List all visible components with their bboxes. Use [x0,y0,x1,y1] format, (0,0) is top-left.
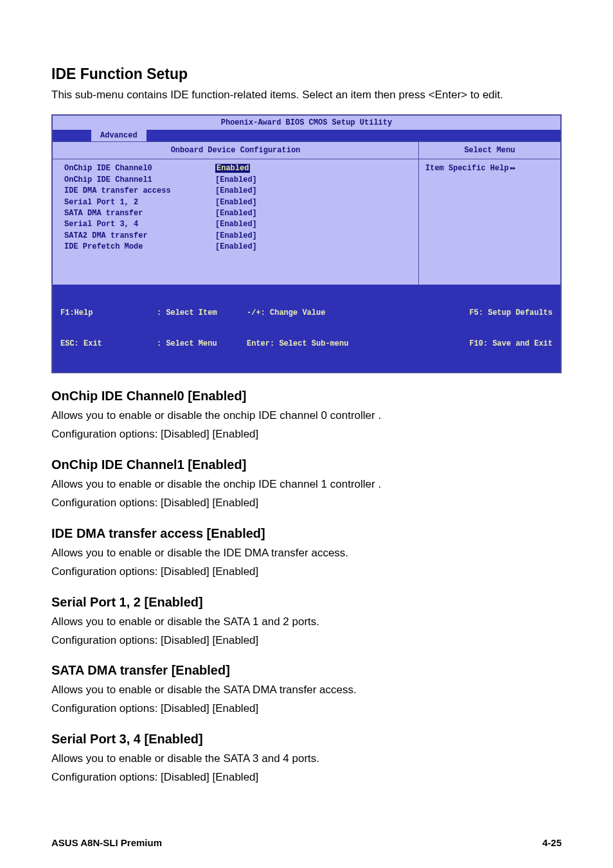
bios-item-label: IDE Prefetch Mode [64,242,215,252]
bios-item-value: [Enabled] [215,231,257,242]
bios-footer: F1:Help ESC: Exit : Select Item : Select… [53,285,560,372]
section-text: Allows you to enable or disable the onch… [51,477,562,492]
section-options: Configuration options: [Disabled] [Enabl… [51,633,562,648]
section-text: Allows you to enable or disable the SATA… [51,615,562,630]
bios-title: Phoenix-Award BIOS CMOS Setup Utility [53,116,560,130]
bios-select-menu-label: Select Menu [419,142,560,159]
bios-item-value: [Enabled] [215,208,257,219]
bios-footer-enter: Enter: Select Sub-menu [247,339,395,349]
section-text: Allows you to enable or disable the onch… [51,409,562,423]
bios-item-label: Serial Port 1, 2 [64,197,215,208]
bios-item-row: IDE Prefetch Mode [Enabled] [64,242,411,252]
bios-item-row: OnChip IDE Channel0 Enabled [64,163,411,174]
bios-item-label: OnChip IDE Channel0 [64,163,215,174]
section-options: Configuration options: [Disabled] [Enabl… [51,496,562,511]
section-options: Configuration options: [Disabled] [Enabl… [51,770,562,785]
bios-item-value: [Enabled] [215,219,257,230]
bios-subheader: Onboard Device Configuration Select Menu [53,141,560,159]
section-heading: Serial Port 3, 4 [Enabled] [51,731,562,748]
footer-page-number: 4-25 [542,837,562,849]
bios-item-value: [Enabled] [215,197,257,208]
section-heading: OnChip IDE Channel1 [Enabled] [51,456,562,474]
bios-help-panel: Item Specific Help [419,159,560,285]
bios-item-label: IDE DMA transfer access [64,186,215,197]
bios-item-row: OnChip IDE Channel1 [Enabled] [64,175,411,186]
section-heading: Serial Port 1, 2 [Enabled] [51,594,562,611]
bios-footer-select-menu: : Select Menu [157,339,247,349]
bios-item-row: IDE DMA transfer access [Enabled] [64,186,411,197]
bios-footer-f5: F5: Setup Defaults [395,308,553,318]
bios-item-label: SATA DMA transfer [64,208,215,219]
section-heading: IDE DMA transfer access [Enabled] [51,525,562,542]
bios-footer-change-value: -/+: Change Value [247,308,395,318]
section-text: Allows you to enable or disable the SATA… [51,683,562,698]
section-options: Configuration options: [Disabled] [Enabl… [51,565,562,580]
bios-item-label: SATA2 DMA transfer [64,231,215,242]
bios-footer-f1: F1:Help [60,308,157,318]
bios-item-label: OnChip IDE Channel1 [64,175,215,186]
bios-item-row: SATA2 DMA transfer [Enabled] [64,231,411,242]
bios-item-value: Enabled [215,164,250,173]
bios-tab-advanced: Advanced [91,130,147,141]
bios-item-list: OnChip IDE Channel0 Enabled OnChip IDE C… [53,159,419,285]
intro-text: This sub-menu contains IDE function-rela… [51,88,562,103]
page-section-heading: IDE Function Setup [51,64,562,84]
bios-footer-select-item: : Select Item [157,308,247,318]
bios-tab-row: Advanced [53,130,560,141]
bios-footer-f10: F10: Save and Exit [395,339,553,349]
bios-item-row: Serial Port 3, 4 [Enabled] [64,219,411,230]
section-heading: SATA DMA transfer [Enabled] [51,662,562,679]
bios-item-label: Serial Port 3, 4 [64,219,215,230]
section-options: Configuration options: [Disabled] [Enabl… [51,702,562,716]
bios-screenshot: Phoenix-Award BIOS CMOS Setup Utility Ad… [51,114,562,373]
page-footer: ASUS A8N-SLI Premium 4-25 [51,837,562,849]
bios-panel-title: Onboard Device Configuration [53,142,419,159]
section-text: Allows you to enable or disable the IDE … [51,546,562,561]
section-options: Configuration options: [Disabled] [Enabl… [51,427,562,442]
bios-help-label: Item Specific Help [425,164,515,173]
bios-footer-esc: ESC: Exit [60,339,157,349]
bios-item-value: [Enabled] [215,242,257,252]
bios-item-row: SATA DMA transfer [Enabled] [64,208,411,219]
section-text: Allows you to enable or disable the SATA… [51,752,562,766]
bios-item-row: Serial Port 1, 2 [Enabled] [64,197,411,208]
section-heading: OnChip IDE Channel0 [Enabled] [51,387,562,405]
bios-item-value: [Enabled] [215,186,257,197]
footer-product: ASUS A8N-SLI Premium [51,837,162,849]
bios-item-value: [Enabled] [215,175,257,186]
